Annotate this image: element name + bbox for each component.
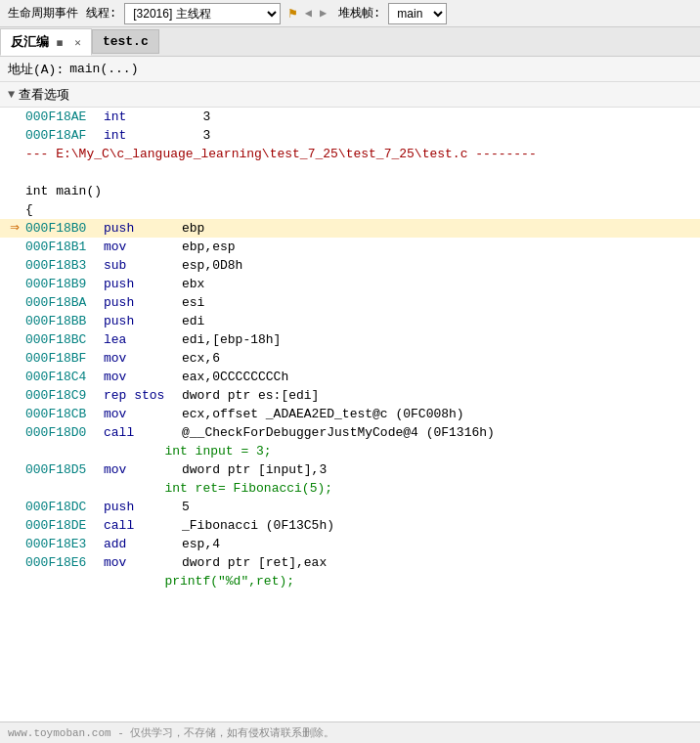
status-text: www.toymoban.com - 仅供学习，不存储，如有侵权请联系删除。: [8, 725, 334, 740]
disasm-line[interactable]: 000F18AEint 3: [0, 108, 700, 126]
line-operand: dword ptr [ret],eax: [182, 553, 327, 572]
gutter: [4, 108, 25, 126]
gutter: [4, 460, 25, 479]
line-addr: 000F18B3: [25, 256, 104, 275]
line-operand: 5: [182, 498, 190, 516]
gutter: [4, 312, 25, 330]
line-operand: esi: [182, 293, 204, 312]
disasm-line[interactable]: 000F18C9rep stosdword ptr es:[edi]: [0, 386, 700, 405]
stack-label: 堆栈帧:: [338, 5, 380, 22]
disasm-line[interactable]: printf("%d",ret);: [0, 572, 700, 590]
line-operand: ebp,esp: [182, 238, 236, 256]
disasm-line[interactable]: 000F18E6movdword ptr [ret],eax: [0, 553, 700, 572]
disasm-line[interactable]: [0, 163, 700, 182]
line-mnemonic: mov: [104, 460, 182, 479]
line-mnemonic: rep stos: [104, 386, 182, 405]
address-bar: 地址(A): main(...): [0, 57, 700, 82]
gutter: [4, 535, 25, 553]
lifecycle-label: 生命周期事件: [8, 5, 78, 22]
gutter: ⇒: [4, 219, 25, 238]
tab-file[interactable]: test.c: [92, 29, 159, 54]
line-operand: @__CheckForDebuggerJustMyCode@4 (0F1316h…: [182, 423, 495, 442]
disasm-line[interactable]: 000F18D5movdword ptr [input],3: [0, 460, 700, 479]
disasm-line[interactable]: ⇒000F18B0pushebp: [0, 219, 700, 238]
line-addr: 000F18B9: [25, 275, 104, 293]
disasm-line[interactable]: {: [0, 200, 700, 219]
gutter: [4, 126, 25, 145]
line-operand: ecx,6: [182, 349, 220, 368]
disasm-line[interactable]: 000F18BCleaedi,[ebp-18h]: [0, 330, 700, 349]
line-mnemonic: lea: [104, 330, 182, 349]
line-mnemonic: push: [104, 312, 182, 330]
line-mnemonic: mov: [104, 553, 182, 572]
line-addr: 000F18BB: [25, 312, 104, 330]
line-mnemonic: mov: [104, 368, 182, 386]
disasm-line[interactable]: 000F18DCpush5: [0, 498, 700, 516]
prev-frame-btn[interactable]: ◀: [305, 6, 312, 21]
top-toolbar: 生命周期事件 线程: [32016] 主线程 ⚑ ◀ ▶ 堆栈帧: main: [0, 0, 700, 27]
line-addr: 000F18BA: [25, 293, 104, 312]
disasm-line[interactable]: 000F18D0call@__CheckForDebuggerJustMyCod…: [0, 423, 700, 442]
chevron-icon: ▼: [8, 88, 15, 102]
line-mnemonic: call: [104, 423, 182, 442]
line-mnemonic: call: [104, 516, 182, 535]
source-ref: --- E:\My_C\c_language_learning\test_7_2…: [25, 145, 537, 163]
src-inline: int ret= Fibonacci(5);: [25, 479, 332, 498]
next-frame-btn[interactable]: ▶: [320, 6, 327, 21]
tab-disasm[interactable]: 反汇编 ◼ ✕: [0, 28, 92, 56]
line-mnemonic: mov: [104, 349, 182, 368]
line-addr: 000F18E3: [25, 535, 104, 553]
line-addr: 000F18BF: [25, 349, 104, 368]
tab-bar: 反汇编 ◼ ✕ test.c: [0, 27, 700, 57]
disasm-line[interactable]: 000F18BBpushedi: [0, 312, 700, 330]
disasm-line[interactable]: int ret= Fibonacci(5);: [0, 479, 700, 498]
addr-label: 地址(A):: [8, 61, 64, 78]
line-operand: dword ptr [input],3: [182, 460, 327, 479]
close-icon[interactable]: ✕: [74, 37, 81, 49]
gutter: [4, 553, 25, 572]
gutter: [4, 145, 25, 163]
disasm-line[interactable]: 000F18E3addesp,4: [0, 535, 700, 553]
gutter: [4, 498, 25, 516]
gutter: [4, 349, 25, 368]
line-operand: 3: [126, 108, 204, 126]
line-mnemonic: push: [104, 219, 182, 238]
flag-icon: ⚑: [288, 5, 296, 22]
stack-select[interactable]: main: [388, 3, 447, 24]
line-operand: ebp: [182, 219, 204, 238]
line-addr: 000F18D5: [25, 460, 104, 479]
line-operand: edi,[ebp-18h]: [182, 330, 281, 349]
line-mnemonic: mov: [104, 405, 182, 423]
disasm-line[interactable]: 000F18C4moveax,0CCCCCCCCh: [0, 368, 700, 386]
gutter: [4, 423, 25, 442]
gutter: [4, 386, 25, 405]
line-mnemonic: push: [104, 498, 182, 516]
disasm-line[interactable]: int main(): [0, 182, 700, 200]
disasm-line[interactable]: --- E:\My_C\c_language_learning\test_7_2…: [0, 145, 700, 163]
disasm-line[interactable]: 000F18BFmovecx,6: [0, 349, 700, 368]
line-addr: 000F18C9: [25, 386, 104, 405]
gutter: [4, 330, 25, 349]
disasm-line[interactable]: 000F18B9pushebx: [0, 275, 700, 293]
line-addr: 000F18E6: [25, 553, 104, 572]
disasm-area[interactable]: 000F18AEint 3 000F18AFint 3 --- E:\My_C\…: [0, 108, 700, 721]
disasm-tab-label: 反汇编: [11, 35, 49, 50]
line-mnemonic: push: [104, 275, 182, 293]
disasm-line[interactable]: 000F18B1movebp,esp: [0, 238, 700, 256]
disasm-line[interactable]: 000F18CBmovecx,offset _ADAEA2ED_test@c (…: [0, 405, 700, 423]
disasm-line[interactable]: 000F18DEcall_Fibonacci (0F13C5h): [0, 516, 700, 535]
line-operand: edi: [182, 312, 204, 330]
thread-select[interactable]: [32016] 主线程: [124, 3, 281, 24]
disasm-line[interactable]: 000F18AFint 3: [0, 126, 700, 145]
pin-icon[interactable]: ◼: [57, 37, 64, 49]
disasm-line[interactable]: 000F18BApushesi: [0, 293, 700, 312]
line-addr: 000F18DC: [25, 498, 104, 516]
src-inline: int input = 3;: [25, 442, 272, 460]
disasm-line[interactable]: 000F18B3subesp,0D8h: [0, 256, 700, 275]
options-row[interactable]: ▼ 查看选项: [0, 82, 700, 108]
thread-label: 线程:: [86, 5, 116, 22]
gutter: [4, 293, 25, 312]
disasm-line[interactable]: int input = 3;: [0, 442, 700, 460]
code-text: int main(): [25, 182, 102, 200]
line-operand: ebx: [182, 275, 204, 293]
